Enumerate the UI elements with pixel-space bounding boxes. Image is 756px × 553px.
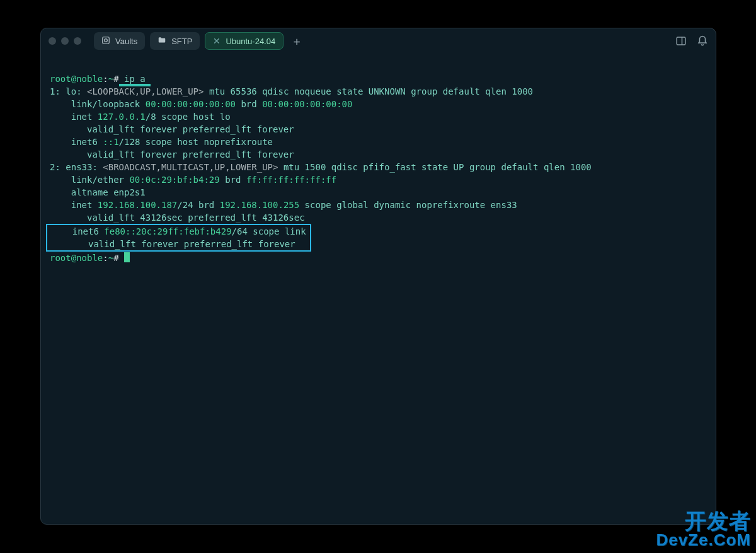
out-line: mtu 65536 qdisc noqueue state UNKNOWN gr… (203, 86, 533, 96)
mac-addr: 00:0c:29:bf:b4:29 (129, 175, 219, 185)
new-tab-button[interactable]: + (289, 33, 305, 49)
prompt-userhost: root@noble (50, 74, 103, 84)
prompt-path: ~ (108, 253, 113, 263)
command-text: ip a (119, 74, 151, 86)
ip6-addr: ::1 (103, 137, 118, 147)
out-line: brd (220, 175, 246, 185)
out-line: valid_lft 43126sec preferred_lft 43126se… (50, 212, 305, 223)
ip-addr: 127.0.0.1 (98, 112, 146, 122)
prompt-path: ~ (108, 74, 113, 84)
out-line: <BROADCAST,MULTICAST,UP,LOWER_UP> (103, 162, 278, 172)
bell-icon[interactable] (697, 35, 708, 47)
tab-vaults[interactable]: Vaults (94, 32, 145, 50)
out-line: inet6 (50, 137, 103, 147)
prompt-userhost: root@noble (50, 253, 103, 263)
watermark-line2: DevZe.CoM (656, 530, 751, 549)
panel-icon[interactable] (675, 35, 687, 47)
prompt-sep: : (103, 253, 108, 263)
ip6-addr: fe80::20c:29ff:febf:b429 (104, 226, 231, 236)
cursor (124, 252, 130, 262)
ip-addr: 192.168.100.255 (220, 200, 299, 210)
out-line: link/ether (50, 175, 129, 185)
prompt-hash: # (113, 253, 118, 263)
tab-sftp-label: SFTP (171, 37, 192, 46)
watermark: 开发者 DevZe.CoM (656, 511, 751, 549)
maximize-window-button[interactable] (74, 37, 81, 45)
folder-icon (158, 36, 166, 47)
terminal-body[interactable]: root@noble:~# ip a 1: lo: <LOOPBACK,UP,L… (41, 54, 716, 524)
highlighted-ipv6-block: inet6 fe80::20c:29ff:febf:b429/64 scope … (46, 224, 311, 252)
tab-ubuntu[interactable]: ✕ Ubuntu-24.04 (205, 32, 284, 50)
out-line: valid_lft forever preferred_lft forever (50, 124, 294, 134)
svg-rect-2 (677, 37, 685, 45)
minimize-window-button[interactable] (61, 37, 69, 45)
window-controls (49, 37, 81, 45)
out-line: /64 scope link (232, 226, 306, 236)
out-line: /8 scope host lo (146, 112, 231, 122)
ip-addr: 192.168.100.187 (98, 200, 177, 210)
titlebar: Vaults SFTP ✕ Ubuntu-24.04 + (41, 28, 716, 54)
tab-sftp[interactable]: SFTP (150, 32, 200, 50)
close-window-button[interactable] (49, 37, 56, 45)
out-line: /128 scope host noprefixroute (119, 137, 273, 147)
tab-vaults-label: Vaults (115, 37, 137, 46)
out-line: inet6 (51, 226, 104, 236)
mac-addr: ff:ff:ff:ff:ff:ff (246, 175, 336, 185)
out-line: inet (50, 112, 98, 122)
out-line: valid_lft forever preferred_lft forever (50, 149, 294, 160)
out-line: inet (50, 200, 98, 210)
out-line: link/loopback (50, 99, 146, 109)
out-line: valid_lft forever preferred_lft forever (51, 239, 295, 249)
mac-addr: 00:00:00:00:00:00 (146, 99, 236, 109)
out-line: 2: ens33: (50, 162, 103, 172)
out-line: <LOOPBACK,UP,LOWER_UP> (87, 86, 203, 96)
titlebar-actions (675, 35, 708, 47)
vault-icon (101, 36, 110, 47)
svg-point-1 (105, 38, 108, 42)
watermark-line1: 开发者 (656, 511, 751, 530)
prompt-sep: : (103, 74, 108, 84)
svg-rect-0 (103, 37, 110, 44)
terminal-window: Vaults SFTP ✕ Ubuntu-24.04 + root@nobl (40, 28, 716, 525)
close-tab-icon[interactable]: ✕ (213, 36, 220, 46)
tab-bar: Vaults SFTP ✕ Ubuntu-24.04 + (94, 32, 670, 50)
mac-addr: 00:00:00:00:00:00 (262, 99, 352, 109)
out-line: brd (236, 99, 262, 109)
out-line: altname enp2s1 (50, 187, 146, 197)
prompt-hash: # (113, 74, 118, 84)
out-line: scope global dynamic noprefixroute ens33 (299, 200, 517, 210)
out-line: 1: lo: (50, 86, 87, 96)
out-line: /24 brd (177, 200, 219, 210)
tab-ubuntu-label: Ubuntu-24.04 (226, 37, 275, 46)
out-line: mtu 1500 qdisc pfifo_fast state UP group… (278, 162, 591, 172)
